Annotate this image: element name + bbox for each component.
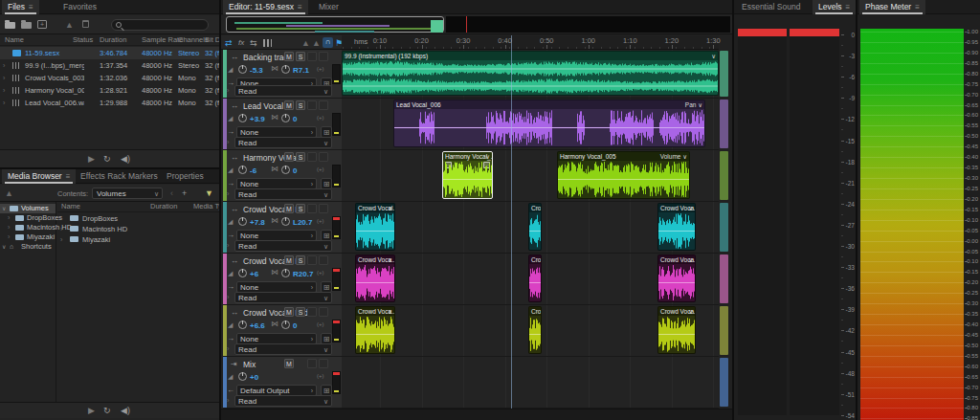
volume-value[interactable]: +6.6 [250, 321, 265, 330]
volume-value[interactable]: +3.9 [250, 115, 265, 123]
expander-icon[interactable]: › [3, 61, 5, 71]
media-row[interactable]: ›Macintosh HD [57, 224, 219, 234]
expander-icon[interactable]: › [3, 99, 5, 108]
clip-indicator-led[interactable] [333, 269, 340, 272]
volume-knob[interactable] [238, 372, 247, 381]
volume-value[interactable]: -6 [250, 166, 256, 175]
volume-knob[interactable] [238, 269, 247, 277]
chevron-down-icon[interactable]: ∨ [388, 204, 392, 212]
col-name[interactable]: Name [61, 202, 80, 210]
clip-envelope-label[interactable]: Pan ∨ [685, 100, 702, 109]
automation-mode-dropdown[interactable]: Read∨ [234, 292, 332, 303]
chevron-down-icon[interactable]: ∨ [711, 52, 716, 60]
volume-knob[interactable] [238, 217, 247, 226]
chevron-down-icon[interactable]: ∨ [388, 307, 392, 316]
volume-knob[interactable] [238, 321, 247, 329]
play-icon[interactable]: ▶ [88, 154, 95, 164]
col-name[interactable]: Name [5, 35, 24, 44]
col-status[interactable]: Status [73, 35, 93, 44]
panel-menu-icon[interactable]: ≡ [66, 172, 71, 181]
loop-icon[interactable]: ↻ [103, 154, 111, 164]
track-scroll-rail-segment[interactable] [720, 358, 728, 407]
record-arm-button[interactable] [307, 307, 317, 317]
volume-knob[interactable] [238, 65, 247, 74]
audio-clip[interactable]: Cro... [528, 203, 542, 251]
mute-button[interactable]: M [284, 359, 294, 368]
tab-favorites[interactable]: Favorites [57, 0, 102, 14]
track-header-crowd-vocals-mid[interactable]: ↔Crowd Vocals MidMS◢+6.6⋈0(+)→None›⊞›Rea… [223, 305, 342, 357]
tab-markers[interactable]: Markers [122, 169, 164, 184]
track-lane-harmony-vocal[interactable]: Harmony Vocal_...∨Harmony Vocal_005Volum… [342, 150, 719, 202]
mute-button[interactable]: M [284, 204, 294, 213]
tab-properties[interactable]: Properties [161, 169, 210, 184]
pan-value[interactable]: 0 [293, 321, 297, 330]
filter-icon[interactable]: ▼ [205, 188, 213, 198]
pan-knob[interactable] [281, 321, 290, 329]
file-row[interactable]: ›99.9 (I...bps)_merged.wav1:37.35448000 … [0, 59, 219, 72]
media-row[interactable]: ›Miyazaki [57, 234, 219, 245]
track-header-harmony-vocal[interactable]: ↔Harmony VocalMS◢-6⋈0(+)→None›⊞›Read∨ [223, 150, 342, 202]
track-name[interactable]: Mix [243, 360, 256, 369]
tree-item[interactable]: ∨Volumes [0, 204, 56, 213]
add-shortcut-icon[interactable]: + [182, 188, 187, 198]
audio-clip[interactable]: Crowd Voca...∨ [355, 254, 395, 302]
auto-play-speaker-icon[interactable]: ◀) [121, 406, 130, 415]
audio-clip[interactable]: Crowd Voca...∨ [355, 306, 395, 354]
insert-into-multitrack-icon[interactable]: ▲ [65, 20, 74, 30]
solo-button[interactable]: S [296, 255, 305, 265]
file-row[interactable]: ›Crowd Vocals_003.wav1:32.03648000 HzMon… [0, 72, 219, 84]
volume-knob[interactable] [238, 166, 247, 174]
expander-icon[interactable]: › [227, 293, 229, 302]
audio-clip[interactable]: Crowd Voca...∨ [657, 306, 696, 354]
expander-icon[interactable]: › [60, 225, 62, 234]
expander-icon[interactable]: ∨ [2, 242, 6, 252]
monitor-input-button[interactable] [319, 359, 328, 368]
expander-icon[interactable]: › [227, 396, 229, 406]
monitor-input-button[interactable] [319, 52, 328, 61]
automation-mode-dropdown[interactable]: Read∨ [234, 240, 332, 252]
audio-clip[interactable]: Crowd Voca...∨ [657, 203, 696, 251]
col-sample-rate[interactable]: Sample Rate [142, 35, 183, 44]
media-row[interactable]: ›DropBoxes [57, 213, 219, 224]
solo-button[interactable]: S [296, 52, 305, 61]
pan-knob[interactable] [281, 217, 290, 226]
play-icon[interactable]: ▶ [88, 406, 95, 415]
expander-icon[interactable]: ∨ [2, 204, 6, 213]
track-lane-mix[interactable] [342, 357, 719, 409]
chevron-down-icon[interactable]: ∨ [388, 255, 392, 264]
col-duration[interactable]: Duration [100, 35, 126, 44]
track-lane-backing-track[interactable]: 99.9 (Instrumental) (192 kbps)∨ [342, 50, 719, 99]
record-arm-button[interactable] [307, 359, 317, 368]
audio-clip[interactable]: Crowd Vocal...∨ [355, 203, 395, 251]
contents-dropdown[interactable]: Volumes ∨ [92, 188, 163, 199]
monitor-input-button[interactable] [319, 204, 328, 213]
expander-icon[interactable]: › [8, 223, 10, 232]
tree-item[interactable]: ∨⌂Shortcuts [0, 242, 56, 252]
auto-play-speaker-icon[interactable]: ◀) [121, 154, 130, 164]
track-header-crowd-vocals-l[interactable]: ↔Crowd Vocals LMS◢+7.8⋈L20.7(+)→None›⊞›R… [223, 202, 342, 254]
panel-menu-icon[interactable]: ≡ [915, 3, 920, 11]
audio-clip[interactable]: Cro... [528, 254, 542, 302]
tree-item-child[interactable]: ›Miyazaki [0, 232, 56, 242]
mute-button[interactable]: M [284, 100, 294, 110]
pan-value[interactable]: R7.1 [293, 66, 309, 75]
delete-icon[interactable] [82, 20, 89, 28]
track-lane-crowd-vocals-l[interactable]: Crowd Vocal...∨Cro...Crowd Voca...∨ [342, 202, 719, 254]
expander-icon[interactable]: › [227, 189, 229, 199]
clip-header[interactable]: Lead Vocal_006 [394, 100, 704, 109]
track-lane-crowd-vocals-r[interactable]: Crowd Voca...∨Cro...Crowd Voca...∨ [342, 254, 719, 305]
pan-knob[interactable] [281, 114, 290, 122]
volume-value[interactable]: +7.8 [250, 218, 265, 227]
clip-header[interactable]: Cro... [529, 204, 541, 212]
automation-mode-dropdown[interactable]: Read∨ [234, 85, 332, 97]
tree-item-child[interactable]: ›Macintosh HD [0, 223, 56, 232]
automation-mode-dropdown[interactable]: Read∨ [234, 343, 332, 355]
pan-value[interactable]: 0 [293, 166, 297, 175]
file-row[interactable]: ›Harmony Vocal_005.wav1:28.92148000 HzMo… [0, 84, 219, 97]
record-arm-button[interactable] [307, 52, 317, 61]
expander-icon[interactable]: › [8, 232, 10, 242]
monitor-input-button[interactable] [319, 100, 328, 110]
chevron-down-icon[interactable]: ∨ [688, 307, 693, 316]
expander-icon[interactable]: › [60, 214, 62, 224]
audio-clip[interactable]: 99.9 (Instrumental) (192 kbps)∨ [342, 51, 719, 96]
